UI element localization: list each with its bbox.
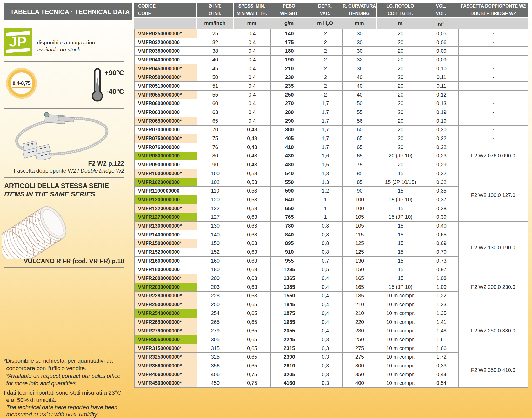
weight-cell: 765 bbox=[271, 213, 308, 222]
inner-diameter-cell: 305 bbox=[197, 335, 234, 344]
volume-cell: 1,72 bbox=[424, 353, 459, 361]
coil-length-cell: 15 (JP 10/15) bbox=[377, 178, 424, 187]
vacuum-cell: 2 bbox=[308, 73, 343, 82]
double-bridge-clamp-cell: - bbox=[459, 56, 528, 64]
inner-diameter-cell: 315 bbox=[197, 344, 234, 353]
inner-diameter-cell: 279 bbox=[197, 326, 234, 335]
code-cell: VMFR0760000000 bbox=[135, 143, 197, 152]
code-cell: VMFR1200000000 bbox=[135, 195, 197, 204]
bending-radius-cell: 230 bbox=[343, 326, 377, 335]
bending-radius-cell: 32 bbox=[343, 56, 377, 64]
stock-availability-text: disponibile a magazzino available on sto… bbox=[37, 28, 95, 56]
vacuum-cell: 2 bbox=[308, 29, 343, 38]
coil-length-cell: 10 m compr. bbox=[377, 361, 424, 370]
volume-cell: 1,35 bbox=[424, 309, 459, 318]
bending-radius-cell: 165 bbox=[343, 274, 377, 283]
wall-thickness-ring-inner: 0,4-0,75 bbox=[11, 72, 32, 94]
min-wall-cell: 0,4 bbox=[234, 73, 271, 82]
inner-diameter-cell: 200 bbox=[197, 274, 234, 283]
vacuum-cell: 1,7 bbox=[308, 134, 343, 143]
table-row: VMFR0750000000*750,434051,765200,22- bbox=[135, 134, 528, 143]
coil-length-cell: 10 m compr. bbox=[377, 300, 424, 309]
bending-radius-cell: 60 bbox=[343, 125, 377, 134]
bending-radius-cell: 100 bbox=[343, 204, 377, 213]
weight-cell: 955 bbox=[271, 256, 308, 265]
column-header-it-7: VOL. bbox=[424, 3, 458, 10]
code-cell: VMFR0400000000 bbox=[135, 56, 197, 64]
temperature-max: +90°C bbox=[104, 69, 124, 77]
footnote-line-it: *Disponibile su richiesta, per quantitat… bbox=[4, 357, 128, 365]
code-cell: VMFR2000000000* bbox=[135, 274, 197, 283]
table-row: VMFR0400000000400,4190232200,09- bbox=[135, 56, 528, 64]
code-cell: VMFR1600000000 bbox=[135, 256, 197, 265]
vacuum-cell: 1 bbox=[308, 213, 343, 222]
code-cell: VMFR0600000000 bbox=[135, 99, 197, 108]
unit-header-6: m bbox=[377, 18, 424, 29]
weight-cell: 1385 bbox=[271, 283, 308, 291]
inner-diameter-cell: 110 bbox=[197, 187, 234, 195]
vacuum-cell: 1,7 bbox=[308, 143, 343, 152]
vacuum-cell: 0,4 bbox=[308, 309, 343, 318]
column-header-it-2: SPESS. MIN. bbox=[234, 3, 270, 10]
min-wall-cell: 0,65 bbox=[234, 326, 271, 335]
min-wall-cell: 0,75 bbox=[234, 379, 271, 388]
code-cell: VMFR3050000000 bbox=[135, 335, 197, 344]
min-wall-cell: 0,4 bbox=[234, 99, 271, 108]
column-header-en-8: DOUBLE BRIDGE W2 bbox=[458, 10, 528, 17]
divider bbox=[4, 267, 124, 268]
code-cell: VMFR2540000000 bbox=[135, 309, 197, 318]
coil-length-cell: 15 bbox=[377, 204, 424, 213]
code-cell: VMFR2280000000* bbox=[135, 291, 197, 300]
inner-diameter-cell: 38 bbox=[197, 47, 234, 56]
technical-data-table: VMFR0250000000*250,4140230200,05-VMFR032… bbox=[134, 29, 528, 388]
column-header-en-2: MIN WALL TH. bbox=[234, 10, 270, 17]
table-row: VMFR0600000000600,42701,750200,13- bbox=[135, 99, 528, 108]
coil-length-cell: 15 (JP 10) bbox=[377, 195, 424, 204]
min-wall-cell: 0,4 bbox=[234, 82, 271, 91]
volume-cell: 0,23 bbox=[424, 152, 459, 160]
coil-length-cell: 10 m compr. bbox=[377, 353, 424, 361]
weight-cell: 1550 bbox=[271, 291, 308, 300]
inner-diameter-cell: 76 bbox=[197, 143, 234, 152]
code-cell: VMFR0650000000* bbox=[135, 117, 197, 125]
volume-cell: 0,10 bbox=[424, 64, 459, 73]
coil-length-cell: 15 bbox=[377, 239, 424, 248]
bending-radius-cell: 220 bbox=[343, 318, 377, 326]
unit-header-3: g/m bbox=[270, 18, 308, 29]
min-wall-cell: 0,4 bbox=[234, 29, 271, 38]
bending-radius-cell: 165 bbox=[343, 283, 377, 291]
vacuum-cell: 0,4 bbox=[308, 291, 343, 300]
code-cell: VMFR1520000000 bbox=[135, 248, 197, 257]
vacuum-cell: 1,7 bbox=[308, 117, 343, 125]
column-header-it-1: Ø INT. bbox=[197, 3, 233, 10]
code-cell: VMFR0320000000 bbox=[135, 38, 197, 47]
unit-header-0 bbox=[134, 18, 196, 29]
min-wall-cell: 0,43 bbox=[234, 160, 271, 169]
clamp-caption-en: Double bridge W2 bbox=[81, 168, 124, 174]
code-cell: VMFR0380000000 bbox=[135, 47, 197, 56]
code-cell: VMFR0750000000* bbox=[135, 134, 197, 143]
code-cell: VMFR0500000000* bbox=[135, 73, 197, 82]
vacuum-cell: 0,8 bbox=[308, 248, 343, 257]
divider bbox=[4, 108, 124, 109]
bending-radius-cell: 30 bbox=[343, 29, 377, 38]
weight-cell: 140 bbox=[271, 29, 308, 38]
unit-header-5: mm bbox=[342, 18, 376, 29]
weight-cell: 4160 bbox=[271, 379, 308, 388]
bending-radius-cell: 30 bbox=[343, 47, 377, 56]
inner-diameter-cell: 140 bbox=[197, 230, 234, 239]
double-bridge-clamp-cell: - bbox=[459, 134, 528, 143]
min-wall-cell: 0,75 bbox=[234, 370, 271, 379]
vacuum-cell: 0,3 bbox=[308, 353, 343, 361]
footnote-line-en: The technical data here reported have be… bbox=[4, 404, 128, 411]
vacuum-cell: 1,7 bbox=[308, 108, 343, 117]
min-wall-cell: 0,65 bbox=[234, 344, 271, 353]
double-bridge-clamp-cell: - bbox=[459, 29, 528, 38]
divider bbox=[4, 61, 124, 62]
bending-radius-cell: 210 bbox=[343, 309, 377, 318]
table-row: VMFR1300000000*1300,637800,8105150,40F2 … bbox=[135, 222, 528, 230]
weight-cell: 480 bbox=[271, 160, 308, 169]
volume-cell: 1,61 bbox=[424, 335, 459, 344]
weight-cell: 175 bbox=[271, 38, 308, 47]
coil-length-cell: 20 bbox=[377, 64, 424, 73]
